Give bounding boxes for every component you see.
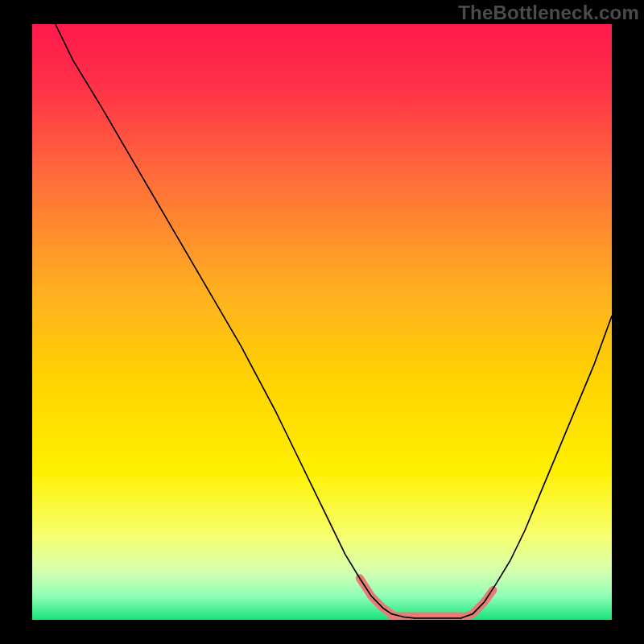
chart-svg [32, 24, 612, 620]
chart-frame: TheBottleneck.com [0, 0, 644, 644]
plot-area [32, 24, 612, 620]
watermark-label: TheBottleneck.com [458, 2, 639, 24]
